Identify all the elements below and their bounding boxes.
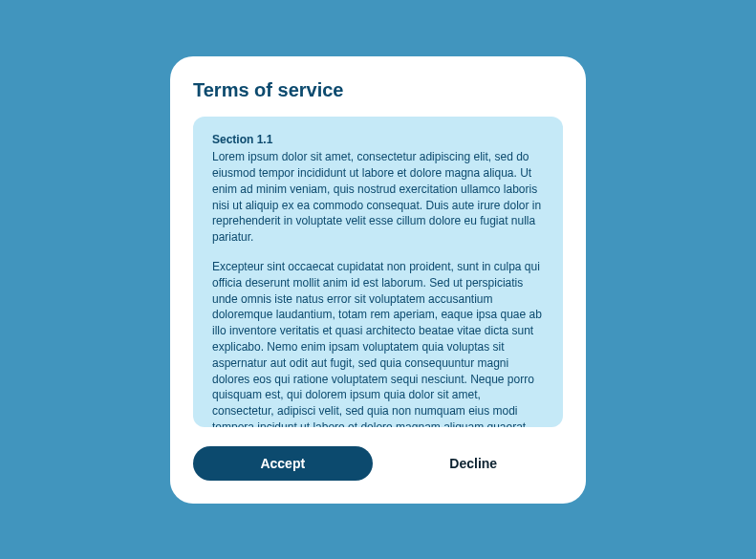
section-paragraph: Excepteur sint occaecat cupidatat non pr… (212, 259, 544, 426)
button-row: Accept Decline (193, 446, 563, 481)
section-1-1: Section 1.1 Lorem ipsum dolor sit amet, … (212, 132, 544, 427)
decline-button[interactable]: Decline (384, 446, 564, 481)
terms-modal: Terms of service Section 1.1 Lorem ipsum… (170, 56, 586, 504)
terms-scroll-area[interactable]: Section 1.1 Lorem ipsum dolor sit amet, … (193, 117, 563, 427)
accept-button[interactable]: Accept (193, 446, 373, 481)
section-paragraph: Lorem ipsum dolor sit amet, consectetur … (212, 149, 544, 246)
section-heading: Section 1.1 (212, 132, 544, 148)
modal-title: Terms of service (193, 79, 563, 101)
